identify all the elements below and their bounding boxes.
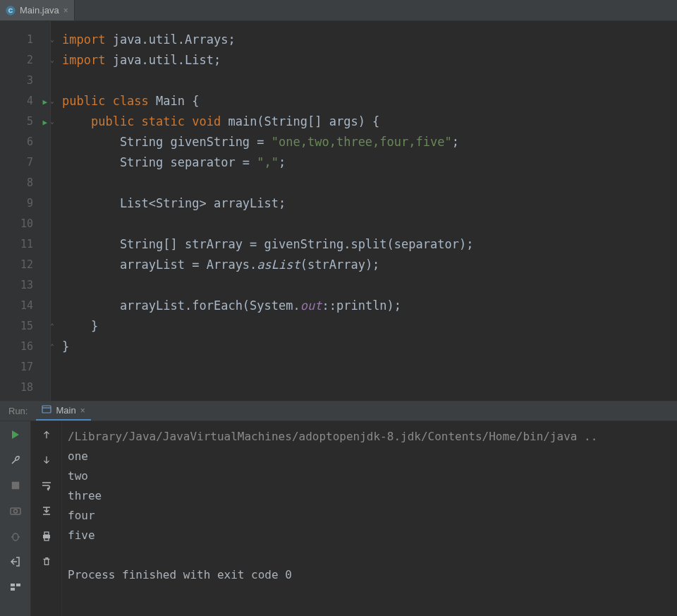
- camera-icon[interactable]: [8, 503, 23, 519]
- close-icon[interactable]: ×: [80, 406, 85, 416]
- fold-marker-icon[interactable]: ⌄: [49, 119, 56, 126]
- run-config-icon: [42, 404, 51, 416]
- code-line[interactable]: [62, 357, 677, 378]
- svg-marker-4: [12, 430, 19, 439]
- code-line[interactable]: import java.util.List;: [62, 50, 677, 71]
- soft-wrap-icon[interactable]: [39, 478, 54, 493]
- line-number: 8: [0, 173, 50, 193]
- code-line[interactable]: List<String> arrayList;: [62, 193, 677, 214]
- line-number: 18: [0, 378, 50, 398]
- svg-rect-15: [44, 532, 49, 535]
- arrow-up-icon[interactable]: [39, 427, 54, 442]
- run-header: Run: Main ×: [0, 401, 677, 421]
- line-number: 4▶⌄: [0, 91, 50, 111]
- code-line[interactable]: [62, 378, 677, 398]
- scroll-to-end-icon[interactable]: [39, 503, 54, 519]
- arrow-down-icon[interactable]: [39, 452, 54, 468]
- line-number: 1⌄: [0, 30, 50, 50]
- line-number: 5▶⌄: [0, 111, 50, 132]
- code-line[interactable]: }: [62, 316, 677, 337]
- code-line[interactable]: [62, 214, 677, 234]
- code-line[interactable]: import java.util.Arrays;: [62, 30, 677, 50]
- java-class-icon: C: [6, 6, 16, 16]
- svg-point-7: [13, 509, 17, 513]
- svg-text:C: C: [8, 7, 13, 14]
- line-number: 7: [0, 152, 50, 173]
- fold-marker-icon[interactable]: ⌄: [49, 57, 56, 64]
- code-line[interactable]: public static void main(String[] args) {: [62, 111, 677, 132]
- editor-code-area[interactable]: import java.util.Arrays;import java.util…: [51, 21, 677, 401]
- console-output-line: three: [68, 486, 671, 506]
- fold-marker-icon[interactable]: ⌃: [49, 323, 56, 330]
- line-number: 3: [0, 71, 50, 91]
- code-line[interactable]: String[] strArray = givenString.split(se…: [62, 234, 677, 255]
- line-number: 17: [0, 357, 50, 378]
- line-number: 16⌃: [0, 337, 50, 357]
- line-number: 12: [0, 255, 50, 275]
- svg-rect-16: [44, 538, 49, 540]
- console-output-line: five: [68, 526, 671, 545]
- line-number: 15⌃: [0, 316, 50, 337]
- line-number: 13: [0, 275, 50, 296]
- exit-icon[interactable]: [8, 554, 23, 569]
- editor-tab-bar: C Main.java ×: [0, 0, 677, 21]
- code-line[interactable]: arrayList.forEach(System.out::println);: [62, 296, 677, 316]
- run-line-marker-icon[interactable]: ▶: [42, 91, 47, 111]
- code-line[interactable]: [62, 71, 677, 91]
- fold-marker-icon[interactable]: ⌃: [49, 344, 56, 351]
- line-number: 2⌄: [0, 50, 50, 71]
- print-icon[interactable]: [39, 529, 54, 544]
- svg-point-8: [13, 533, 18, 540]
- svg-rect-12: [16, 584, 20, 586]
- svg-rect-5: [11, 482, 19, 490]
- run-header-label: Run:: [0, 406, 36, 416]
- run-console[interactable]: /Library/Java/JavaVirtualMachines/adopto…: [62, 421, 677, 616]
- line-number: 9: [0, 193, 50, 214]
- code-line[interactable]: String givenString = "one,two,three,four…: [62, 132, 677, 152]
- close-icon[interactable]: ×: [63, 6, 68, 16]
- svg-rect-13: [11, 588, 15, 591]
- code-editor[interactable]: 1⌄2⌄34▶⌄5▶⌄6789101112131415⌃16⌃1718 impo…: [0, 21, 677, 401]
- wrench-icon[interactable]: [8, 452, 23, 468]
- layout-icon[interactable]: [8, 579, 23, 595]
- svg-rect-2: [42, 406, 51, 413]
- run-config-tab[interactable]: Main ×: [36, 401, 90, 421]
- code-line[interactable]: [62, 275, 677, 296]
- console-output-line: two: [68, 466, 671, 486]
- fold-marker-icon[interactable]: ⌄: [49, 37, 56, 44]
- run-toolbar-left: [0, 421, 31, 616]
- fold-marker-icon[interactable]: ⌄: [49, 98, 56, 105]
- trash-icon[interactable]: [39, 554, 54, 569]
- svg-rect-11: [11, 584, 15, 586]
- console-command-line: /Library/Java/JavaVirtualMachines/adopto…: [68, 427, 671, 447]
- run-config-tab-label: Main: [56, 405, 75, 416]
- rerun-icon[interactable]: [8, 427, 23, 442]
- bug-icon[interactable]: [8, 529, 23, 544]
- console-exit-line: Process finished with exit code 0: [68, 565, 671, 585]
- line-number: 10: [0, 214, 50, 234]
- code-line[interactable]: arrayList = Arrays.asList(strArray);: [62, 255, 677, 275]
- stop-icon[interactable]: [8, 478, 23, 493]
- code-line[interactable]: [62, 173, 677, 193]
- console-output-line: four: [68, 506, 671, 526]
- editor-gutter: 1⌄2⌄34▶⌄5▶⌄6789101112131415⌃16⌃1718: [0, 21, 51, 401]
- line-number: 11: [0, 234, 50, 255]
- console-output-line: one: [68, 447, 671, 466]
- code-line[interactable]: String separator = ",";: [62, 152, 677, 173]
- line-number: 6: [0, 132, 50, 152]
- code-line[interactable]: }: [62, 337, 677, 357]
- code-line[interactable]: public class Main {: [62, 91, 677, 111]
- run-tool-window: Run: Main ×: [0, 401, 677, 616]
- run-line-marker-icon[interactable]: ▶: [42, 111, 47, 132]
- editor-tab-label: Main.java: [20, 5, 59, 16]
- line-number: 14: [0, 296, 50, 316]
- editor-tab[interactable]: C Main.java ×: [0, 0, 75, 20]
- run-toolbar-right: [31, 421, 62, 616]
